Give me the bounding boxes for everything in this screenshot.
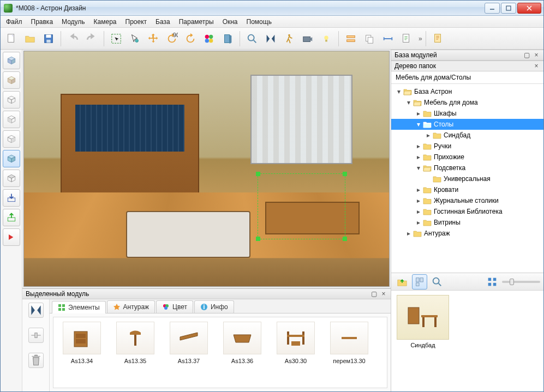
view-files-icon[interactable] <box>412 274 427 290</box>
notes-icon[interactable] <box>429 30 447 47</box>
tree-node[interactable]: ▾Подсветка <box>391 162 543 173</box>
tab-entourage[interactable]: Антураж <box>107 300 156 313</box>
copy-icon[interactable] <box>361 30 378 47</box>
expand-icon[interactable]: ▸ <box>415 186 422 193</box>
rotate-90-icon[interactable]: 90 <box>163 30 181 47</box>
menu-help[interactable]: Помощь <box>242 16 276 27</box>
select-icon[interactable] <box>107 30 125 47</box>
minimize-button[interactable] <box>485 3 500 14</box>
mirror-icon[interactable] <box>262 30 279 47</box>
menu-camera[interactable]: Камера <box>89 16 121 27</box>
view-right-icon[interactable] <box>3 130 20 148</box>
tree-node[interactable]: ▸Шкафы <box>391 108 543 119</box>
tree-node[interactable]: ▸Антураж <box>391 228 543 239</box>
tree-node[interactable]: ▸Журнальные столики <box>391 195 543 206</box>
panel-close-icon[interactable]: × <box>533 62 540 70</box>
element-item[interactable]: As13.36 <box>218 322 266 383</box>
tree-node[interactable]: Универсальная <box>391 173 543 184</box>
panel-close-icon[interactable]: × <box>380 290 387 298</box>
walk-icon[interactable] <box>280 30 298 47</box>
view-back-icon[interactable] <box>3 91 20 108</box>
view-front-icon[interactable] <box>3 71 20 89</box>
up-folder-icon[interactable] <box>394 274 410 290</box>
view-mode-icon[interactable] <box>485 274 500 290</box>
menu-file[interactable]: Файл <box>2 16 27 27</box>
expand-icon[interactable]: ▾ <box>415 165 422 171</box>
element-item[interactable]: As13.34 <box>58 322 106 383</box>
view-left-icon[interactable] <box>3 111 20 128</box>
expand-icon[interactable]: ▸ <box>415 208 422 215</box>
tab-color[interactable]: Цвет <box>156 300 193 313</box>
slider-handle-icon[interactable] <box>28 328 44 343</box>
expand-icon[interactable]: ▸ <box>405 230 412 237</box>
maximize-button[interactable] <box>501 3 516 14</box>
panel-close-icon[interactable]: × <box>533 51 540 59</box>
toolbar-overflow[interactable]: » <box>419 35 422 43</box>
menu-project[interactable]: Проект <box>121 16 152 27</box>
tree-node[interactable]: ▸Гостинная Библиотека <box>391 206 543 217</box>
expand-icon[interactable]: ▸ <box>415 110 422 117</box>
export-icon[interactable] <box>3 209 20 226</box>
close-button[interactable] <box>517 3 541 14</box>
view-3d-icon[interactable] <box>3 52 20 69</box>
new-icon[interactable] <box>3 30 20 47</box>
element-item[interactable]: As13.37 <box>165 322 213 383</box>
redo-icon[interactable] <box>83 30 100 47</box>
expand-icon[interactable]: ▸ <box>415 197 422 204</box>
selection-gizmo[interactable] <box>258 173 345 239</box>
tree-node[interactable]: ▸Синдбад <box>391 130 543 141</box>
tab-elements[interactable]: Элементы <box>52 301 106 313</box>
save-icon[interactable] <box>40 30 57 47</box>
menu-windows[interactable]: Окна <box>218 16 242 27</box>
undo-icon[interactable] <box>64 30 82 47</box>
tree-node[interactable]: ▸Витрины <box>391 217 543 228</box>
search-icon[interactable] <box>429 274 445 290</box>
expand-icon[interactable]: ▸ <box>415 219 422 226</box>
menu-params[interactable]: Параметры <box>175 16 218 27</box>
expand-icon[interactable]: ▾ <box>405 99 412 106</box>
open-icon[interactable] <box>21 30 39 47</box>
menu-base[interactable]: База <box>151 16 175 27</box>
import-icon[interactable] <box>3 189 20 207</box>
color-icon[interactable] <box>200 30 218 47</box>
titlebar[interactable]: *M008 - Астрон Дизайн <box>1 1 543 16</box>
tree-node[interactable]: ▾Мебель для дома <box>391 97 543 108</box>
preview-item[interactable]: Синдбад <box>396 295 450 348</box>
3d-viewport[interactable] <box>23 51 390 287</box>
element-item[interactable]: As13.35 <box>111 322 159 383</box>
view-perspective-icon[interactable] <box>3 150 20 167</box>
menu-module[interactable]: Модуль <box>57 16 89 27</box>
tab-info[interactable]: iИнфо <box>194 300 234 313</box>
report-icon[interactable] <box>398 30 415 47</box>
settings-icon[interactable] <box>342 30 360 47</box>
view-top-icon[interactable] <box>3 170 20 187</box>
element-item[interactable]: As30.30 <box>272 322 320 383</box>
expand-icon[interactable]: ▸ <box>425 132 432 138</box>
lighting-icon[interactable] <box>318 30 335 47</box>
dimension-icon[interactable] <box>379 30 397 47</box>
tree-node[interactable]: ▸Ручки <box>391 141 543 152</box>
move-icon[interactable] <box>145 30 162 47</box>
tree-node[interactable]: ▸Прихожие <box>391 152 543 162</box>
tree-node[interactable]: ▾Столы <box>391 119 543 130</box>
camera-icon[interactable] <box>299 30 316 47</box>
expand-icon[interactable]: ▸ <box>415 143 422 149</box>
tree-node[interactable]: ▸Кровати <box>391 184 543 195</box>
panel-popout-icon[interactable]: ▢ <box>370 290 378 298</box>
expand-icon[interactable]: ▸ <box>415 154 422 160</box>
tree-node[interactable]: ▾База Астрон <box>391 86 543 97</box>
expand-icon[interactable]: ▾ <box>396 88 402 95</box>
panel-popout-icon[interactable]: ▢ <box>523 51 530 59</box>
element-item[interactable]: перем13.30 <box>325 322 373 383</box>
zoom-slider[interactable] <box>502 281 540 283</box>
door-icon[interactable] <box>219 30 236 47</box>
expand-icon[interactable] <box>425 176 432 182</box>
delete-icon[interactable] <box>28 353 44 368</box>
menu-edit[interactable]: Правка <box>27 16 58 27</box>
next-icon[interactable] <box>3 228 20 246</box>
mirror-module-icon[interactable] <box>28 303 44 318</box>
select-cursor-icon[interactable] <box>126 30 144 47</box>
zoom-icon[interactable] <box>243 30 261 47</box>
rotate-icon[interactable] <box>182 30 199 47</box>
expand-icon[interactable]: ▾ <box>415 121 422 128</box>
